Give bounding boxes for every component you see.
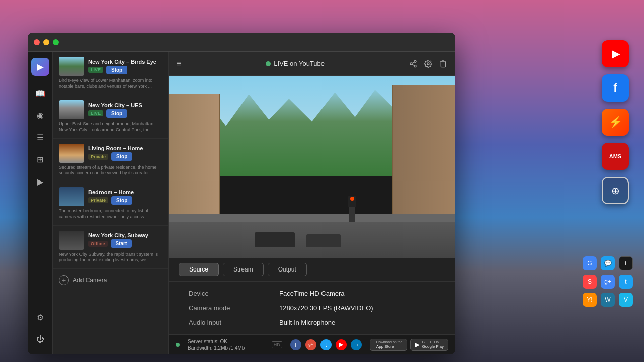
status-badge: Offline <box>88 241 108 247</box>
settings-grid: Device FaceTime HD Camera Camera mode 12… <box>169 282 455 334</box>
camera-desc: Secured stream of a private residence, t… <box>59 165 162 176</box>
app-store-badge[interactable]: Download on the App Store <box>370 339 408 351</box>
device-value: FaceTime HD Camera <box>279 290 435 297</box>
chat-mini-icon[interactable]: 💬 <box>601 256 615 270</box>
settings-button[interactable] <box>424 60 432 68</box>
vimeo-mini-icon[interactable]: V <box>619 293 633 307</box>
app-logo[interactable]: ▶ <box>31 58 49 76</box>
mini-dock-row-2: S g+ t <box>583 275 633 289</box>
twitter-mini-icon[interactable]: t <box>619 275 633 289</box>
camera-mode-label: Camera mode <box>189 304 279 312</box>
facebook-dock-icon[interactable]: f <box>602 74 629 102</box>
titlebar <box>28 33 455 52</box>
bandwidth: Bandwidth: 1.2Mb /1.4Mb <box>188 345 245 351</box>
add-camera-button[interactable]: + Add Camera <box>53 269 168 291</box>
stop-button-2[interactable]: Stop <box>111 152 132 161</box>
s5-dock-icon[interactable]: ⊕ <box>602 177 629 204</box>
camera-desc: New York City Subway, the rapid transit … <box>59 252 162 263</box>
tab-source[interactable]: Source <box>179 263 219 276</box>
hd-badge: HD <box>272 341 282 348</box>
add-icon: + <box>59 275 69 285</box>
status-text: Server status: OK Bandwidth: 1.2Mb /1.4M… <box>188 338 264 351</box>
facebook-social-icon[interactable]: f <box>290 339 301 350</box>
sidebar-item-grid[interactable]: ⊞ <box>31 150 49 168</box>
stop-button-3[interactable]: Stop <box>111 196 132 205</box>
close-button[interactable] <box>34 39 40 45</box>
linkedin-social-icon[interactable]: in <box>351 339 362 350</box>
ams-dock-icon[interactable]: AMS <box>602 143 629 170</box>
live-label: LIVE on YouTube <box>274 60 325 67</box>
server-status: Server status: OK <box>188 339 227 344</box>
status-badge: Private <box>88 197 108 203</box>
camera-thumb-subway <box>59 231 84 250</box>
tumblr-mini-icon[interactable]: t <box>619 256 633 270</box>
sidebar-item-power[interactable]: ⏻ <box>31 330 49 348</box>
camera-desc: The master bedroom, connected to my list… <box>59 208 162 220</box>
svg-point-2 <box>414 65 416 67</box>
start-button-4[interactable]: Start <box>111 239 132 248</box>
svg-line-4 <box>412 62 415 63</box>
camera-item-living[interactable]: Living Room – Home Private Stop Secured … <box>53 139 168 182</box>
camera-name: Living Room – Home <box>88 145 162 151</box>
sidebar-item-book[interactable]: 📖 <box>31 84 49 102</box>
sidebar-item-video[interactable]: ▶ <box>31 172 49 191</box>
topbar-actions <box>409 60 447 68</box>
status-badge: LIVE <box>88 110 103 116</box>
camera-name: New York City – Birds Eye <box>88 59 162 65</box>
tab-output[interactable]: Output <box>268 263 307 276</box>
camera-thumb-living <box>59 144 84 163</box>
minimize-button[interactable] <box>43 39 49 45</box>
svg-point-5 <box>427 63 429 65</box>
sidebar-item-location[interactable]: ◉ <box>31 106 49 124</box>
tab-stream[interactable]: Stream <box>223 263 264 276</box>
yahoo-mini-icon[interactable]: Y! <box>583 293 597 307</box>
svg-line-3 <box>412 64 415 66</box>
menu-icon[interactable]: ≡ <box>177 59 181 68</box>
stop-button-1[interactable]: Stop <box>106 109 127 118</box>
camera-item-nyc-ues[interactable]: New York City – UES LIVE Stop Upper East… <box>53 95 168 138</box>
app-store-label: App Store <box>376 344 394 349</box>
wordpress-mini-icon[interactable]: W <box>601 293 615 307</box>
camera-list: New York City – Birds Eye LIVE Stop Bird… <box>53 52 169 354</box>
delete-button[interactable] <box>439 60 447 68</box>
device-label: Device <box>189 290 279 297</box>
audio-input-value: Built-in Microphone <box>279 319 435 326</box>
google-play-badge[interactable]: ▶ GET IT ON Google Play <box>410 339 448 351</box>
stumble-mini-icon[interactable]: S <box>583 275 597 289</box>
camera-name: New York City – UES <box>88 102 162 108</box>
status-badge: LIVE <box>88 67 103 73</box>
sidebar-item-settings[interactable]: ⚙ <box>31 308 49 326</box>
camera-name: Bedroom – Home <box>88 189 162 195</box>
dock-right: ▶ f ⚡ AMS ⊕ <box>602 40 629 204</box>
maximize-button[interactable] <box>53 39 59 45</box>
svg-point-1 <box>410 63 412 65</box>
camera-thumb-nyc-ues <box>59 100 84 119</box>
status-dot <box>176 343 180 347</box>
camera-item-bedroom[interactable]: Bedroom – Home Private Stop The master b… <box>53 182 168 225</box>
chrome-mini-icon[interactable]: G <box>583 256 597 270</box>
svg-point-0 <box>414 60 416 62</box>
live-indicator: LIVE on YouTube <box>187 60 403 67</box>
mini-dock-row-1: G 💬 t <box>583 256 633 270</box>
youtube-dock-icon[interactable]: ▶ <box>602 40 629 67</box>
audio-input-label: Audio input <box>189 319 279 326</box>
camera-desc: Bird's-eye view of Lower Manhattan, zoom… <box>59 78 162 89</box>
google-play-icon: ▶ <box>415 341 420 348</box>
bottom-panel: Source Stream Output Device FaceTime HD … <box>169 258 455 334</box>
youtube-social-icon[interactable]: ▶ <box>336 339 347 350</box>
camera-item-subway[interactable]: New York City, Subway Offline Start New … <box>53 226 168 269</box>
app-store-badges: Download on the App Store ▶ GET IT ON Go… <box>370 339 448 351</box>
stop-button-0[interactable]: Stop <box>106 66 127 74</box>
twitter-social-icon[interactable]: t <box>320 339 332 350</box>
window-controls <box>34 39 59 45</box>
social-icons: f g+ t ▶ in <box>290 339 362 350</box>
camera-desc: Upper East Side and neighborhood, Manhat… <box>59 121 162 133</box>
camera-thumb-bedroom <box>59 187 84 206</box>
share-button[interactable] <box>409 60 417 68</box>
camera-item-nyc-birds[interactable]: New York City – Birds Eye LIVE Stop Bird… <box>53 52 168 95</box>
googleplus-social-icon[interactable]: g+ <box>305 339 316 350</box>
sidebar-item-list[interactable]: ☰ <box>31 128 49 146</box>
camera-mode-value: 644x362 30 FPS (RAWVIDEO) <box>279 304 435 312</box>
google-mini-icon[interactable]: g+ <box>601 275 615 289</box>
thunder-dock-icon[interactable]: ⚡ <box>602 109 629 136</box>
